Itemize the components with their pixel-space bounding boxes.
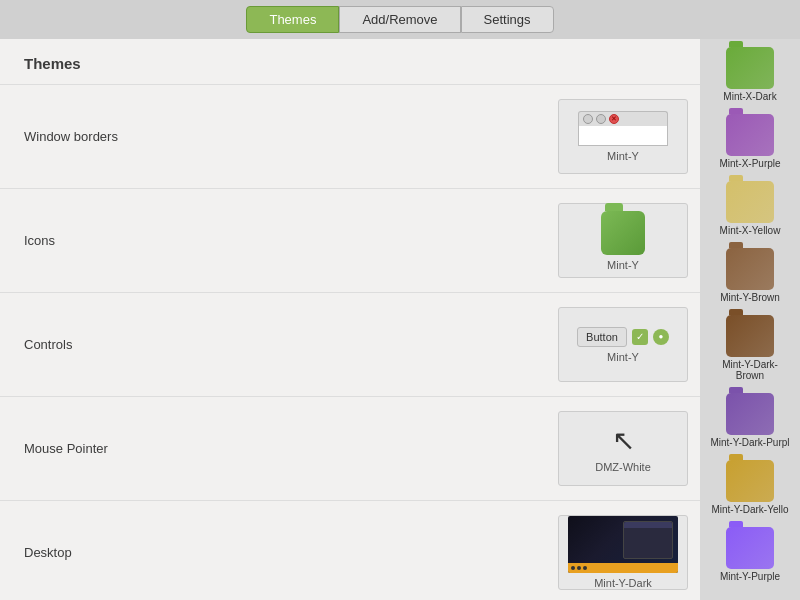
wb-min-btn	[583, 114, 593, 124]
theme-preview-desktop[interactable]: Mint-Y-Dark	[558, 515, 688, 590]
panel-title: Themes	[0, 55, 700, 84]
controls-name: Mint-Y	[607, 351, 639, 363]
sidebar-theme-mint-y-dark-brown[interactable]: Mint-Y-Dark-Brown	[706, 311, 794, 385]
pointer-preview-art: ↖	[612, 424, 635, 457]
sidebar-theme-mint-y-purple[interactable]: Mint-Y-Purple	[706, 523, 794, 586]
sidebar-folder-tab-mint-y-dark-purple	[729, 387, 743, 393]
sidebar-theme-mint-x-purple[interactable]: Mint-X-Purple	[706, 110, 794, 173]
desktop-name: Mint-Y-Dark	[594, 577, 652, 589]
sidebar-theme-name-mint-x-purple: Mint-X-Purple	[719, 158, 780, 169]
wb-close-btn: ✕	[609, 114, 619, 124]
sidebar-icon-mint-x-dark	[726, 47, 774, 89]
right-sidebar: Mint-X-DarkMint-X-PurpleMint-X-YellowMin…	[700, 39, 800, 600]
theme-label-window-borders: Window borders	[24, 129, 558, 144]
theme-label-desktop: Desktop	[24, 545, 558, 560]
theme-row-controls: Controls Button ✓ ● Mint-Y	[0, 292, 700, 396]
tab-bar: Themes Add/Remove Settings	[0, 0, 800, 39]
mouse-pointer-name: DMZ-White	[595, 461, 651, 473]
controls-preview-art: Button ✓ ●	[577, 327, 669, 347]
theme-preview-mouse-pointer[interactable]: ↖ DMZ-White	[558, 411, 688, 486]
theme-preview-window-borders[interactable]: ✕ Mint-Y	[558, 99, 688, 174]
sidebar-theme-name-mint-y-dark-yellow: Mint-Y-Dark-Yello	[711, 504, 788, 515]
theme-label-mouse-pointer: Mouse Pointer	[24, 441, 558, 456]
sidebar-icon-mint-y-dark-yellow	[726, 460, 774, 502]
sidebar-icon-mint-x-purple	[726, 114, 774, 156]
theme-row-desktop: Desktop Mint-Y-	[0, 500, 700, 600]
theme-list: Window borders ✕ Mint-Y Icons	[0, 84, 700, 600]
theme-row-icons: Icons Mint-Y	[0, 188, 700, 292]
wb-content	[578, 126, 668, 146]
sidebar-theme-name-mint-y-dark-brown: Mint-Y-Dark-Brown	[710, 359, 790, 381]
ctrl-button-art: Button	[577, 327, 627, 347]
taskbar-dot-1	[571, 566, 575, 570]
theme-row-mouse-pointer: Mouse Pointer ↖ DMZ-White	[0, 396, 700, 500]
sidebar-icon-mint-y-dark-purple	[726, 393, 774, 435]
sidebar-icon-mint-y-dark-brown	[726, 315, 774, 357]
sidebar-theme-name-mint-y-brown: Mint-Y-Brown	[720, 292, 780, 303]
sidebar-icon-mint-x-yellow	[726, 181, 774, 223]
desktop-taskbar	[568, 563, 678, 573]
sidebar-theme-name-mint-y-purple: Mint-Y-Purple	[720, 571, 780, 582]
sidebar-theme-name-mint-y-dark-purple: Mint-Y-Dark-Purpl	[710, 437, 789, 448]
window-borders-name: Mint-Y	[607, 150, 639, 162]
wb-titlebar: ✕	[578, 111, 668, 126]
window-border-preview-art: ✕	[578, 111, 668, 146]
sidebar-folder-tab-mint-y-purple	[729, 521, 743, 527]
sidebar-folder-tab-mint-y-dark-brown	[729, 309, 743, 315]
tab-add-remove[interactable]: Add/Remove	[339, 6, 460, 33]
sidebar-theme-mint-x-yellow[interactable]: Mint-X-Yellow	[706, 177, 794, 240]
desktop-preview-art	[568, 516, 678, 573]
sidebar-theme-name-mint-x-yellow: Mint-X-Yellow	[720, 225, 781, 236]
taskbar-dot-2	[577, 566, 581, 570]
theme-label-controls: Controls	[24, 337, 558, 352]
tab-settings[interactable]: Settings	[461, 6, 554, 33]
icons-name: Mint-Y	[607, 259, 639, 271]
sidebar-icon-mint-y-brown	[726, 248, 774, 290]
sidebar-theme-mint-y-dark-yellow[interactable]: Mint-Y-Dark-Yello	[706, 456, 794, 519]
sidebar-icon-mint-y-purple	[726, 527, 774, 569]
icons-preview-art	[601, 211, 645, 255]
wb-max-btn	[596, 114, 606, 124]
sidebar-theme-mint-y-dark-purple[interactable]: Mint-Y-Dark-Purpl	[706, 389, 794, 452]
left-panel: Themes Window borders ✕ Mint-Y	[0, 39, 700, 600]
ctrl-check-art: ✓	[632, 329, 648, 345]
theme-preview-icons[interactable]: Mint-Y	[558, 203, 688, 278]
ctrl-radio-art: ●	[653, 329, 669, 345]
desktop-win-bar	[624, 522, 672, 528]
theme-label-icons: Icons	[24, 233, 558, 248]
content-area: Themes Window borders ✕ Mint-Y	[0, 39, 800, 600]
sidebar-folder-tab-mint-x-purple	[729, 108, 743, 114]
desktop-win	[623, 521, 673, 559]
theme-row-window-borders: Window borders ✕ Mint-Y	[0, 84, 700, 188]
tab-themes[interactable]: Themes	[246, 6, 339, 33]
folder-tab	[605, 203, 623, 211]
sidebar-folder-tab-mint-y-dark-yellow	[729, 454, 743, 460]
theme-preview-controls[interactable]: Button ✓ ● Mint-Y	[558, 307, 688, 382]
taskbar-dot-3	[583, 566, 587, 570]
sidebar-folder-tab-mint-y-brown	[729, 242, 743, 248]
sidebar-theme-mint-x-dark[interactable]: Mint-X-Dark	[706, 43, 794, 106]
sidebar-folder-tab-mint-x-yellow	[729, 175, 743, 181]
sidebar-theme-mint-y-brown[interactable]: Mint-Y-Brown	[706, 244, 794, 307]
sidebar-theme-name-mint-x-dark: Mint-X-Dark	[723, 91, 776, 102]
sidebar-folder-tab-mint-x-dark	[729, 41, 743, 47]
